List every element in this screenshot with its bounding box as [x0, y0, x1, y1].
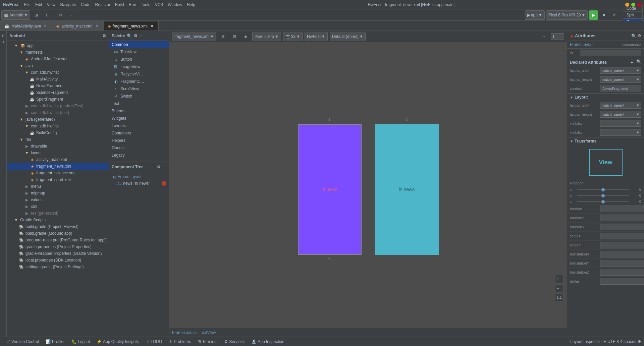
phone-screen-right[interactable]: hi news [375, 124, 439, 255]
locale-dropdown[interactable]: Default (en-us) ▼ [330, 32, 366, 41]
palette-cat-google[interactable]: Google [109, 144, 169, 152]
canvas-btn2[interactable]: ⊡ [230, 32, 239, 41]
zoom-1to1-btn[interactable]: 1:1 [555, 294, 564, 301]
palette-cat-legacy[interactable]: Legacy [109, 152, 169, 159]
sort-btn[interactable]: ↕ [42, 10, 50, 20]
menu-refactor[interactable]: Refactor [93, 2, 112, 8]
palette-cat-common[interactable]: Common [109, 41, 169, 48]
rotation-y-slider[interactable] [577, 195, 629, 196]
palette-cat-layouts[interactable]: Layouts [109, 122, 169, 129]
menu-vcs[interactable]: VCS [153, 2, 165, 8]
split-tab[interactable]: Split [623, 12, 643, 18]
tree-item-pkg1[interactable]: ▼ com.zdb.hwfrist [7, 69, 109, 76]
appquality-btn[interactable]: ⚡ App Quality Insights [94, 339, 142, 345]
tree-item-gradle-props[interactable]: 🐘 gradle.properties (Project Properties) [7, 243, 109, 250]
tree-item-mainactivity[interactable]: ☕ MainActivity [7, 76, 109, 82]
run-config-dropdown[interactable]: ▶ app ▼ [525, 10, 545, 20]
stop-button[interactable]: ■ [599, 10, 608, 20]
rotation-z-slider[interactable] [577, 201, 629, 202]
version-control-btn[interactable]: ⎇ Version Control [3, 339, 42, 345]
tree-item-local-props[interactable]: 🐘 local.properties (SDK Location) [7, 257, 109, 264]
menu-navigate[interactable]: Navigate [58, 2, 78, 8]
attr-settings-icon[interactable]: ⚙ [638, 34, 641, 38]
design-canvas[interactable]: ↕ hi news ⤡ ↕ hi news [169, 42, 567, 328]
rotation-x-slider[interactable] [577, 189, 629, 190]
left-icon-1[interactable]: ◐ [2, 34, 5, 37]
device-dropdown[interactable]: Pixel 6 Pro API 29 ▼ [546, 10, 588, 20]
palette-search-icon[interactable]: 🔍 [127, 34, 132, 38]
tree-item-pkg2[interactable]: ▼ com.zdb.hwfrist [7, 123, 109, 129]
tree-item-res-gen[interactable]: ▶ res (generated) [7, 210, 109, 217]
phone-screen-left[interactable]: hi news [298, 124, 362, 255]
tree-item-values[interactable]: ▶ values [7, 196, 109, 203]
tree-item-fragmentsport[interactable]: ◈ fragment_sport.xml [7, 176, 109, 183]
tree-item-newsfragment[interactable]: ☕ NewsFragment [7, 82, 109, 89]
palette-item-switch[interactable]: ⇌ Switch [110, 93, 168, 100]
tree-item-gradle-scripts[interactable]: ▼ Gradle Scripts [7, 217, 109, 223]
file-dropdown[interactable]: fragment_news.xml ▼ [172, 32, 216, 41]
rotationY-input[interactable] [600, 224, 644, 230]
rotation-input[interactable] [600, 206, 644, 212]
component-tree-settings[interactable]: ⚙ [157, 165, 161, 169]
zoom-dropdown[interactable]: 📷 33 ▼ [283, 32, 303, 41]
sync-button[interactable]: ↺ [609, 10, 619, 20]
terminal-btn[interactable]: ⊞ Terminal [195, 339, 220, 345]
palette-cat-helpers[interactable]: Helpers [109, 137, 169, 144]
tab-fragmentnews[interactable]: ◈ fragment_news.xml ✕ [103, 21, 159, 31]
tree-item-sciencefragment[interactable]: ☕ ScienceFragment [7, 89, 109, 96]
canvas-btn1[interactable]: ⊕ [218, 32, 228, 41]
attr-search-icon[interactable]: 🔍 [631, 34, 636, 38]
tree-item-menu[interactable]: ▶ menu [7, 183, 109, 190]
todo-btn[interactable]: ☑ TODO [143, 339, 165, 345]
tree-item-test[interactable]: ▶ com.zdb.hwfrist (test) [7, 109, 109, 116]
structure-btn[interactable]: ⊞ [32, 10, 41, 20]
tab-close-fragmentnews[interactable]: ✕ [150, 24, 154, 28]
problems-btn[interactable]: ⚠ Problems [166, 339, 194, 345]
attr-value-dropdown[interactable]: match_parent ▼ [600, 67, 641, 74]
tree-item-drawable[interactable]: ▶ drawable [7, 143, 109, 150]
settings-btn[interactable]: ⚙ [56, 10, 66, 20]
input-btn[interactable]: ↔ [539, 32, 549, 41]
comp-item-textview[interactable]: Ab news "hi news" ! [110, 180, 168, 187]
menu-file[interactable]: File [22, 2, 33, 8]
tree-item-mipmap[interactable]: ▶ mipmap [7, 190, 109, 196]
tree-item-build-gradle-project[interactable]: 🐘 build.gradle (Project: HwFrist) [7, 223, 109, 230]
tab-close-mainactivity[interactable]: ✕ [43, 24, 48, 28]
tree-item-layout[interactable]: ▼ layout [7, 150, 109, 156]
breadcrumb-textview[interactable]: TextView [200, 330, 216, 335]
attr-dropdown[interactable]: match_parent ▼ [600, 111, 641, 118]
palette-cat-containers[interactable]: Containers [109, 129, 169, 137]
tree-item-settings-gradle[interactable]: 🐘 settings.gradle (Project Settings) [7, 264, 109, 270]
tree-item-fragmentscience[interactable]: ◈ fragment_science.xml [7, 170, 109, 176]
code-tab[interactable]: Code [623, 5, 643, 12]
scaleX-input[interactable] [600, 233, 644, 239]
tree-item-res[interactable]: ▼ res [7, 136, 109, 143]
translationZ-input[interactable] [600, 269, 644, 276]
tree-item-activitymain[interactable]: ◈ activity_main.xml [7, 156, 109, 163]
palette-cat-widgets[interactable]: Widgets [109, 115, 169, 122]
tree-item-manifests[interactable]: ▼ manifests [7, 49, 109, 56]
transforms-header[interactable]: ▼ Transforms [567, 137, 644, 145]
rotationX-input[interactable] [600, 215, 644, 221]
menu-run[interactable]: Run [127, 2, 138, 8]
tree-item-androidmanifest[interactable]: ◈ AndroidManifest.xml [7, 56, 109, 62]
appinspection-btn[interactable]: 🔬 App Inspection [249, 339, 287, 345]
project-dropdown[interactable]: 🤖 Android ▼ [1, 10, 30, 20]
breadcrumb-framelayout[interactable]: FrameLayout [172, 330, 196, 335]
settings-status[interactable]: ⚙ [638, 339, 641, 344]
palette-settings-icon[interactable]: ⚙ [134, 34, 138, 38]
device-canvas-dropdown[interactable]: Pixel 6 Pro ▼ [252, 32, 281, 41]
tree-item-java[interactable]: ▼ java [7, 62, 109, 69]
menu-tools[interactable]: Tools [139, 2, 152, 8]
canvas-input[interactable] [551, 33, 564, 40]
layout-section-header[interactable]: ▼ Layout [567, 94, 644, 101]
tab-mainactivity[interactable]: ☕ MainActivity.java ✕ [0, 21, 52, 31]
menu-edit[interactable]: Edit [33, 2, 44, 8]
left-icon-2[interactable]: ◑ [2, 40, 5, 44]
translationX-input[interactable] [600, 251, 644, 257]
zoom-minus-btn[interactable]: − [555, 284, 564, 292]
run-button[interactable]: ▶ [589, 10, 598, 20]
project-gear[interactable]: ⚙ [102, 34, 106, 38]
tab-close-activitymain[interactable]: ✕ [94, 24, 99, 28]
tree-item-java-gen[interactable]: ▼ java (generated) [7, 116, 109, 123]
